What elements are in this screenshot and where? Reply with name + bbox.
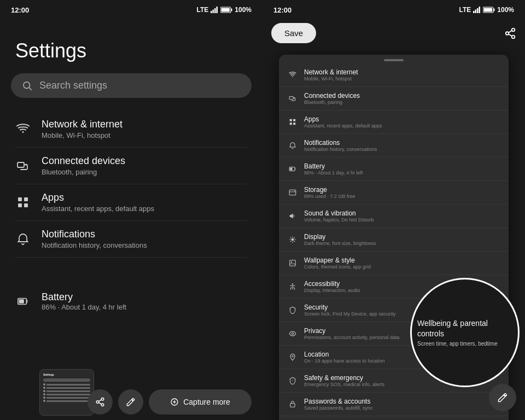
- svg-rect-6: [221, 8, 230, 12]
- network-icon: [15, 121, 31, 137]
- network-subtitle: Mobile, Wi-Fi, hotspot: [42, 131, 122, 139]
- svg-rect-46: [290, 168, 292, 171]
- capture-more-button[interactable]: Capture more: [149, 389, 252, 415]
- popup-display-title: Display: [304, 233, 376, 241]
- popup-item-apps[interactable]: Apps Assistant, recent apps, default app…: [279, 110, 509, 134]
- battery-icon-left: [220, 7, 232, 13]
- svg-point-51: [291, 238, 294, 241]
- popup-location-icon: [288, 352, 298, 362]
- svg-rect-28: [477, 8, 479, 13]
- popup-item-connected[interactable]: Connected devices Bluetooth, pairing: [279, 87, 509, 110]
- svg-rect-39: [289, 97, 293, 100]
- network-text: Network & internet Mobile, Wi-Fi, hotspo…: [42, 119, 122, 139]
- svg-rect-14: [18, 203, 22, 207]
- popup-passwords-subtitle: Saved passwords, autofill, sync: [304, 405, 373, 411]
- svg-rect-27: [475, 10, 477, 14]
- share-button-right[interactable]: [504, 27, 516, 39]
- popup-item-battery[interactable]: Battery 86% · About 1 day, 4 hr left: [279, 158, 509, 181]
- svg-point-40: [294, 97, 295, 98]
- popup-sound-subtitle: Volume, haptics, Do Not Disturb: [304, 217, 374, 223]
- setting-item-network[interactable]: Network & internet Mobile, Wi-Fi, hotspo…: [0, 111, 262, 147]
- popup-sound-title: Sound & vibration: [304, 209, 374, 217]
- edit-button-left[interactable]: [118, 389, 143, 415]
- popup-item-network[interactable]: Network & internet Mobile, Wi-Fi, hotspo…: [279, 63, 509, 87]
- popup-item-notifications[interactable]: Notifications Notification history, conv…: [279, 134, 509, 158]
- popup-connected-text: Connected devices Bluetooth, pairing: [304, 92, 360, 105]
- notifications-subtitle: Notification history, conversations: [42, 241, 147, 249]
- setting-item-notifications[interactable]: Notifications Notification history, conv…: [0, 221, 262, 257]
- popup-storage-title: Storage: [304, 186, 355, 194]
- edit-button-right[interactable]: [489, 384, 516, 411]
- svg-rect-52: [290, 260, 296, 266]
- drag-handle: [384, 59, 404, 61]
- popup-item-display[interactable]: Display Dark theme, font size, brightnes…: [279, 228, 509, 252]
- popup-item-storage[interactable]: Storage 89% used · 7.2 GB free: [279, 181, 509, 205]
- search-bar[interactable]: Search settings: [11, 73, 252, 98]
- svg-rect-12: [18, 197, 22, 201]
- popup-apps-text: Apps Assistant, recent apps, default app…: [304, 115, 382, 129]
- connected-title: Connected devices: [42, 155, 125, 167]
- svg-rect-0: [211, 11, 212, 13]
- connected-subtitle: Bluetooth, pairing: [42, 168, 125, 176]
- thumbnail: Settings: [39, 369, 94, 416]
- circle-content: Wellbeing & parental controls Screen tim…: [412, 313, 518, 352]
- svg-rect-1: [213, 10, 214, 14]
- popup-battery-icon: [288, 164, 298, 174]
- apps-icon: [15, 195, 31, 210]
- svg-rect-32: [484, 8, 493, 12]
- svg-point-53: [291, 261, 292, 262]
- svg-rect-2: [214, 8, 216, 13]
- popup-network-title: Network & internet: [304, 68, 358, 76]
- popup-notifications-icon: [288, 141, 298, 150]
- drag-handle-area: [279, 55, 509, 63]
- setting-item-apps[interactable]: Apps Assistant, recent apps, default app…: [0, 184, 262, 220]
- time-right: 12:00: [273, 6, 291, 14]
- popup-connected-subtitle: Bluetooth, pairing: [304, 100, 360, 105]
- popup-item-passwords[interactable]: Passwords & accounts Saved passwords, au…: [279, 393, 509, 416]
- svg-rect-13: [24, 197, 28, 201]
- svg-rect-31: [494, 9, 495, 11]
- svg-point-9: [22, 131, 24, 133]
- network-left: LTE: [197, 6, 209, 14]
- popup-battery-subtitle: 86% · About 1 day, 4 hr left: [304, 170, 363, 176]
- share-button[interactable]: [88, 389, 113, 415]
- notifications-text: Notifications Notification history, conv…: [42, 229, 147, 249]
- notifications-icon: [15, 231, 31, 247]
- svg-point-19: [96, 401, 99, 404]
- popup-item-wellbeing[interactable]: Digital Wellbeing controls Screen time, …: [279, 416, 509, 420]
- popup-connected-title: Connected devices: [304, 92, 360, 100]
- apps-title: Apps: [42, 192, 154, 203]
- svg-point-34: [506, 32, 509, 35]
- apps-subtitle: Assistant, recent apps, default apps: [42, 205, 154, 213]
- popup-storage-icon: [288, 188, 298, 197]
- setting-item-battery[interactable]: Battery 86% · About 1 day, 4 hr left: [0, 284, 262, 319]
- svg-point-54: [292, 283, 293, 284]
- popup-security-text: Security Screen lock, Find My Device, ap…: [304, 304, 396, 317]
- svg-rect-10: [18, 162, 24, 167]
- circle-subtitle: Screen time, app timers, bedtime: [417, 341, 512, 347]
- popup-item-sound[interactable]: Sound & vibration Volume, haptics, Do No…: [279, 205, 509, 228]
- popup-privacy-text: Privacy Permissions, account activity, p…: [304, 327, 399, 340]
- popup-sound-icon: [288, 211, 298, 221]
- popup-display-text: Display Dark theme, font size, brightnes…: [304, 233, 376, 246]
- save-button[interactable]: Save: [271, 23, 316, 43]
- popup-safety-icon: !: [288, 376, 298, 386]
- svg-rect-42: [293, 119, 295, 121]
- popup-storage-subtitle: 89% used · 7.2 GB free: [304, 194, 355, 199]
- network-title: Network & internet: [42, 119, 122, 130]
- svg-rect-17: [19, 299, 24, 303]
- bottom-toolbar-left: Capture more: [88, 389, 252, 415]
- status-bar-right: 12:00 LTE 100%: [262, 0, 525, 18]
- popup-network-text: Network & internet Mobile, Wi-Fi, hotspo…: [304, 68, 358, 81]
- popup-security-icon: [288, 305, 298, 315]
- popup-apps-icon: [288, 117, 298, 127]
- popup-privacy-icon: [288, 329, 298, 339]
- battery-icon-right: [483, 7, 495, 13]
- svg-point-49: [294, 190, 295, 191]
- popup-item-wallpaper[interactable]: Wallpaper & style Colors, themed icons, …: [279, 252, 509, 275]
- popup-accessibility-subtitle: Display, interaction, audio: [304, 288, 360, 293]
- time-left: 12:00: [11, 6, 29, 14]
- popup-connected-icon: [288, 94, 298, 103]
- setting-item-connected[interactable]: Connected devices Bluetooth, pairing: [0, 148, 262, 184]
- status-bar-left: 12:00 LTE 100%: [0, 0, 262, 18]
